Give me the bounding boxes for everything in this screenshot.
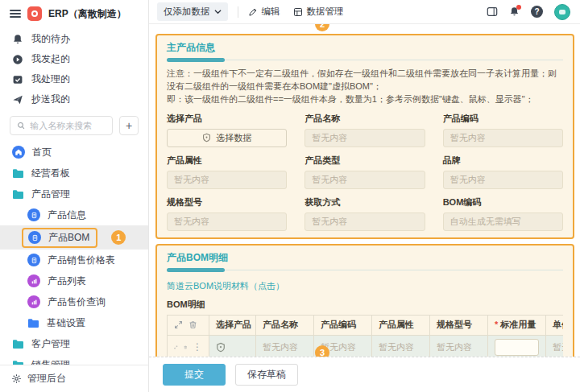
notification-button[interactable] (509, 6, 520, 17)
sidebar: ERP（离散制造） 我的待办 我发起的 我处理的 抄送我的 (0, 0, 149, 392)
field-product-type: 产品类型 (304, 155, 425, 189)
section-progress-bar (167, 58, 563, 63)
link-data-icon (202, 133, 211, 142)
data-grid-icon (293, 7, 303, 17)
sidebar-item-initiated-by-me[interactable]: 我发起的 (0, 49, 148, 69)
sidebar-item-customer-management[interactable]: 客户管理 (0, 333, 148, 354)
field-label: 产品类型 (304, 155, 425, 167)
panel-toggle-button[interactable] (487, 6, 498, 17)
column-header: 选择产品 (209, 315, 256, 335)
sidebar-nav: 首页 经营看板 产品管理 产品信息 产 (0, 142, 148, 365)
bom-table-row: ⋮ 暂无内容 暂无内容 暂无内容 暂无内容 暂无内容 (168, 335, 564, 357)
sidebar-item-sales-management[interactable]: 销售管理 (0, 354, 148, 365)
sidebar-item-product-info[interactable]: 产品信息 (0, 204, 148, 225)
field-select-product: 选择产品 选择数据 (167, 113, 287, 147)
field-bom-code: BOM编码 (443, 196, 563, 231)
sidebar-item-label: 产品信息 (48, 208, 86, 222)
mode-dropdown-label: 仅添加数据 (164, 6, 210, 18)
help-icon[interactable]: ? (531, 6, 543, 18)
expand-icon[interactable] (174, 320, 183, 329)
product-attribute-input (167, 171, 287, 189)
kebab-menu-icon[interactable]: ⋮ (193, 342, 202, 352)
field-label: 产品属性 (167, 155, 287, 167)
sidebar-item-label: 产品售价查询 (48, 295, 106, 309)
sidebar-item-label: 抄送我的 (31, 93, 70, 106)
column-header-required: *标准用量 (488, 315, 546, 335)
sidebar-item-product-price-query[interactable]: 产品售价查询 (0, 291, 148, 312)
sidebar-item-handled-by-me[interactable]: 我处理的 (0, 69, 148, 89)
field-label: 产品编码 (443, 113, 563, 125)
annotation-badge-3: 3 (315, 345, 329, 357)
bom-table-header-row: 选择产品 产品名称 产品编码 产品属性 规格型号 *标准用量 单位 (168, 315, 564, 335)
sidebar-item-product-bom[interactable]: 产品BOM 1 (0, 225, 148, 250)
product-name-input (304, 129, 425, 147)
sidebar-item-label: 管理后台 (27, 372, 66, 386)
panel-note: 注意：一级组件下不一定有二级组件，假如存在一级组件和二级组件需要放在同一子表计算… (167, 68, 563, 106)
sidebar-item-home[interactable]: 首页 (0, 142, 148, 163)
acquisition-method-input (304, 213, 425, 231)
field-label: 产品名称 (304, 113, 425, 125)
sidebar-item-product-sales-price-list[interactable]: 产品销售价格表 (0, 250, 148, 270)
sidebar-item-basic-settings[interactable]: 基础设置 (0, 312, 148, 333)
folder-icon (12, 168, 24, 179)
spec-model-input (167, 213, 287, 231)
app-logo-icon (27, 6, 42, 21)
column-header: 单位 (546, 315, 564, 335)
expand-icon[interactable] (174, 343, 178, 352)
save-draft-button[interactable]: 保存草稿 (235, 364, 298, 386)
field-product-attribute: 产品属性 (167, 155, 287, 189)
sidebar-item-product-list[interactable]: 产品列表 (0, 270, 148, 291)
main-area: 仅添加数据 编辑 数据管理 ? (149, 0, 580, 392)
toolbar-divider (238, 6, 238, 18)
sidebar-item-admin-backend[interactable]: 管理后台 (0, 365, 148, 392)
data-manage-button[interactable]: 数据管理 (293, 6, 344, 18)
edit-button[interactable]: 编辑 (248, 6, 280, 18)
trash-icon[interactable] (188, 320, 197, 329)
row-cell: 暂无内容 (430, 335, 488, 357)
product-form-grid: 选择产品 选择数据 产品名称 产品编码 (167, 113, 563, 231)
sidebar-item-label: 产品管理 (31, 188, 70, 201)
column-header: 规格型号 (430, 315, 488, 335)
document-icon (27, 254, 40, 266)
submit-button[interactable]: 提交 (163, 364, 226, 386)
task-check-icon (12, 74, 23, 85)
field-acquisition-method: 获取方式 (304, 196, 425, 231)
sidebar-item-product-management[interactable]: 产品管理 (0, 184, 148, 204)
search-input[interactable] (30, 121, 106, 130)
trash-icon[interactable] (184, 343, 188, 352)
bom-doc-link[interactable]: 简道云BOM说明材料（点击） (167, 280, 284, 292)
select-data-button[interactable]: 选择数据 (167, 129, 287, 147)
sidebar-item-my-todo[interactable]: 我的待办 (0, 29, 148, 49)
report-icon (27, 274, 40, 287)
field-label: 规格型号 (167, 196, 287, 208)
report-icon (27, 295, 40, 308)
sidebar-item-label: 销售管理 (31, 358, 70, 365)
chevron-down-icon (214, 9, 222, 14)
sidebar-item-cc-to-me[interactable]: 抄送我的 (0, 89, 148, 109)
data-manage-button-label: 数据管理 (307, 6, 344, 18)
row-standard-qty-cell (488, 335, 546, 357)
column-header: 产品属性 (372, 315, 430, 335)
add-button[interactable]: + (119, 116, 139, 135)
search-box[interactable] (10, 116, 113, 135)
toolbar: 仅添加数据 编辑 数据管理 ? (149, 0, 580, 24)
annotation-badge-2: 2 (315, 24, 329, 31)
standard-qty-input[interactable] (495, 339, 539, 356)
bom-code-input (443, 213, 563, 231)
field-brand: 品牌 (443, 155, 563, 189)
app-window: ERP（离散制造） 我的待办 我发起的 我处理的 抄送我的 (0, 0, 580, 392)
hamburger-menu-icon[interactable] (10, 10, 21, 18)
play-circle-icon (12, 54, 23, 65)
sidebar-item-label: 首页 (32, 146, 52, 159)
avatar[interactable] (554, 4, 570, 20)
sidebar-item-label: 我处理的 (31, 72, 70, 86)
note-line: 即：该一级组件的二级组件==一级组件本身，数量为1；参考示例数据"键盘、鼠标、显… (167, 93, 563, 106)
mode-dropdown[interactable]: 仅添加数据 (157, 2, 228, 21)
link-data-icon (216, 342, 226, 353)
sidebar-item-business-dashboard[interactable]: 经营看板 (0, 163, 148, 184)
folder-icon (27, 318, 39, 328)
notification-dot (516, 5, 521, 10)
app-title: ERP（离散制造） (48, 7, 126, 21)
row-select-product-cell[interactable] (209, 335, 256, 357)
bom-detail-panel: 产品BOM明细 简道云BOM说明材料（点击） BOM明细 (155, 244, 574, 357)
